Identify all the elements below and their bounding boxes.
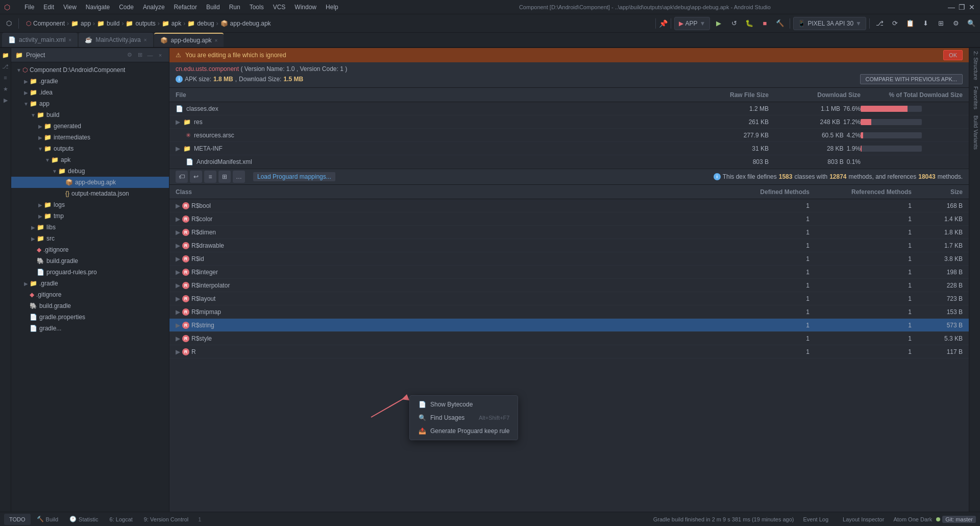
menu-refactor[interactable]: Refactor bbox=[170, 3, 201, 12]
tab-close-apk[interactable]: × bbox=[215, 38, 218, 43]
search-toolbar-icon[interactable]: 🔍 bbox=[965, 17, 978, 30]
breadcrumb-apkfile[interactable]: 📦 app-debug.apk bbox=[220, 20, 271, 27]
toolbar-project-icon[interactable]: ⬡ bbox=[2, 17, 15, 30]
menu-tools[interactable]: Tools bbox=[246, 3, 268, 12]
tree-src[interactable]: ▶ 📁 src bbox=[11, 233, 169, 244]
tree-logs[interactable]: ▶ 📁 logs bbox=[11, 199, 169, 210]
close-button[interactable]: ✕ bbox=[968, 3, 976, 11]
file-row-resources[interactable]: ✳ resources.arsc 277.9 KB 60.5 KB 4.2% bbox=[169, 129, 969, 142]
layout-icon[interactable]: ⊞ bbox=[135, 51, 144, 60]
status-tab-build[interactable]: 🔨 Build bbox=[32, 514, 63, 525]
debug-button[interactable]: 🐛 bbox=[743, 17, 756, 30]
tree-root-gradle[interactable]: ▶ 📁 .gradle bbox=[11, 278, 169, 289]
sync-icon[interactable]: ⟳ bbox=[888, 17, 901, 30]
status-tab-layout-inspector[interactable]: Layout Inspector bbox=[838, 514, 889, 525]
file-row-classes-dex[interactable]: 📄 classes.dex 1.2 MB 1.1 MB 76.6% bbox=[169, 102, 969, 115]
class-row-rinterpolator[interactable]: ▶ R R$interpolator 1 1 228 B bbox=[169, 279, 969, 292]
tree-gradlew[interactable]: ▶ 📄 gradle... bbox=[11, 323, 169, 334]
gear-icon[interactable]: ⚙ bbox=[125, 51, 134, 60]
breadcrumb-component[interactable]: ⬡ Component bbox=[26, 20, 65, 27]
tree-generated[interactable]: ▶ 📁 generated bbox=[11, 121, 169, 132]
class-row-rmipmap[interactable]: ▶ R R$mipmap 1 1 153 B bbox=[169, 305, 969, 319]
run-config-dropdown[interactable]: ▶ APP ▼ bbox=[674, 17, 710, 30]
class-row-r[interactable]: ▶ R R 1 1 117 B bbox=[169, 345, 969, 358]
git-icon[interactable]: ⎇ bbox=[873, 17, 886, 30]
menu-analyze[interactable]: Analyze bbox=[139, 3, 169, 12]
class-row-rdrawable[interactable]: ▶ R R$drawable 1 1 1.7 KB bbox=[169, 239, 969, 252]
structure-icon[interactable]: ≡ bbox=[1, 73, 11, 83]
minus-icon[interactable]: — bbox=[145, 51, 155, 60]
warning-ok-button[interactable]: OK bbox=[943, 50, 963, 60]
maximize-button[interactable]: ❐ bbox=[958, 3, 966, 11]
breadcrumb-debug[interactable]: 📁 debug bbox=[187, 20, 214, 27]
tab-close-main[interactable]: × bbox=[144, 37, 147, 43]
play-button[interactable]: ▶ bbox=[712, 17, 725, 30]
menu-view[interactable]: View bbox=[59, 3, 81, 12]
status-tab-statistic[interactable]: 🕐 Statistic bbox=[64, 514, 104, 525]
tree-debug-folder[interactable]: ▼ 📁 debug bbox=[11, 165, 169, 177]
class-row-rstring[interactable]: ▶ R R$string 1 1 573 B bbox=[169, 319, 969, 332]
project-icon[interactable]: 📁 bbox=[1, 50, 11, 60]
compare-apk-button[interactable]: COMPARE WITH PREVIOUS APK... bbox=[860, 74, 963, 84]
tree-intermediates[interactable]: ▶ 📁 intermediates bbox=[11, 132, 169, 143]
minimize-button[interactable]: — bbox=[947, 3, 955, 11]
file-row-manifest[interactable]: 📄 AndroidManifest.xml 803 B 803 B 0.1% bbox=[169, 155, 969, 169]
status-tab-event-log[interactable]: Event Log bbox=[798, 514, 834, 525]
tree-gradle[interactable]: ▶ 📁 .gradle bbox=[11, 76, 169, 87]
status-tab-vcs[interactable]: 9: Version Control bbox=[139, 514, 193, 525]
build-variants-tab[interactable]: Build Variants bbox=[969, 112, 980, 153]
dex-btn-2[interactable]: ↩ bbox=[190, 171, 202, 183]
favorites-panel-tab[interactable]: Favorites bbox=[969, 83, 980, 112]
menu-build[interactable]: Build bbox=[202, 3, 224, 12]
tree-root[interactable]: ▼ ⬡ Component D:\Android\Component bbox=[11, 64, 169, 76]
dex-btn-3[interactable]: ≡ bbox=[204, 171, 216, 183]
tree-gitignore-app[interactable]: ▶ ◆ .gitignore bbox=[11, 244, 169, 255]
breadcrumb-app[interactable]: 📁 app bbox=[71, 20, 91, 27]
menu-vcs[interactable]: VCS bbox=[269, 3, 290, 12]
menu-run[interactable]: Run bbox=[225, 3, 244, 12]
file-row-res[interactable]: ▶ 📁 res 261 KB 248 KB 17.2% bbox=[169, 115, 969, 129]
tree-idea[interactable]: ▶ 📁 .idea bbox=[11, 87, 169, 98]
settings-icon[interactable]: ⚙ bbox=[949, 17, 963, 30]
menu-window[interactable]: Window bbox=[290, 3, 321, 12]
class-row-rinteger[interactable]: ▶ R R$integer 1 1 198 B bbox=[169, 266, 969, 279]
run-icon[interactable]: ▶ bbox=[1, 95, 11, 105]
class-row-rlayout[interactable]: ▶ R R$layout 1 1 723 B bbox=[169, 292, 969, 305]
stop-button[interactable]: ■ bbox=[758, 17, 771, 30]
history-icon[interactable]: 📋 bbox=[903, 17, 917, 30]
file-row-meta-inf[interactable]: ▶ 📁 META-INF 31 KB 28 KB 1.9% bbox=[169, 142, 969, 155]
tree-build[interactable]: ▼ 📁 build bbox=[11, 109, 169, 121]
load-proguard-button[interactable]: Load Proguard mappings... bbox=[253, 172, 335, 181]
tree-app[interactable]: ▼ 📁 app bbox=[11, 98, 169, 109]
class-row-rcolor[interactable]: ▶ R R$color 1 1 1.4 KB bbox=[169, 212, 969, 226]
tab-apk[interactable]: 📦 app-debug.apk × bbox=[154, 33, 224, 47]
menu-file[interactable]: File bbox=[20, 3, 38, 12]
tree-root-buildgradle[interactable]: ▶ 🐘 build.gradle bbox=[11, 300, 169, 312]
git-status[interactable]: Git: master bbox=[936, 516, 976, 523]
tree-apk-file[interactable]: ▶ 📦 app-debug.apk bbox=[11, 177, 169, 188]
dex-btn-1[interactable]: 🏷 bbox=[176, 171, 188, 183]
grid-icon[interactable]: ⊞ bbox=[934, 17, 947, 30]
tree-tmp[interactable]: ▶ 📁 tmp bbox=[11, 210, 169, 222]
class-row-rdimen[interactable]: ▶ R R$dimen 1 1 1.8 KB bbox=[169, 226, 969, 239]
menu-code[interactable]: Code bbox=[115, 3, 138, 12]
rerun-button[interactable]: ↺ bbox=[727, 17, 741, 30]
breadcrumb-outputs[interactable]: 📁 outputs bbox=[126, 20, 155, 27]
tree-gradle-properties[interactable]: ▶ 📄 gradle.properties bbox=[11, 312, 169, 323]
class-row-rstyle[interactable]: ▶ R R$style 1 1 5.3 KB bbox=[169, 332, 969, 345]
context-show-bytecode[interactable]: 📄 Show Bytecode bbox=[410, 398, 518, 411]
breadcrumb-apk[interactable]: 📁 apk bbox=[162, 20, 181, 27]
device-dropdown[interactable]: 📱 PIXEL 3A API 30 ▼ bbox=[793, 17, 866, 30]
close-panel-icon[interactable]: × bbox=[156, 51, 165, 60]
tab-mainactivity[interactable]: ☕ MainActivity.java × bbox=[79, 33, 153, 47]
more-git-icon[interactable]: ⬇ bbox=[919, 17, 932, 30]
tree-proguard[interactable]: ▶ 📄 proguard-rules.pro bbox=[11, 267, 169, 278]
tree-apk-folder[interactable]: ▼ 📁 apk bbox=[11, 154, 169, 165]
tab-close-activity[interactable]: × bbox=[68, 37, 71, 43]
build-button[interactable]: 🔨 bbox=[773, 17, 787, 30]
class-row-rbool[interactable]: ▶ R R$bool 1 1 168 B bbox=[169, 199, 969, 212]
status-tab-logcat[interactable]: 6: Logcat bbox=[105, 514, 138, 525]
tree-libs[interactable]: ▶ 📁 libs bbox=[11, 222, 169, 233]
context-generate-proguard[interactable]: 📤 Generate Proguard keep rule bbox=[410, 424, 518, 438]
dex-btn-4[interactable]: ⊞ bbox=[218, 171, 231, 183]
